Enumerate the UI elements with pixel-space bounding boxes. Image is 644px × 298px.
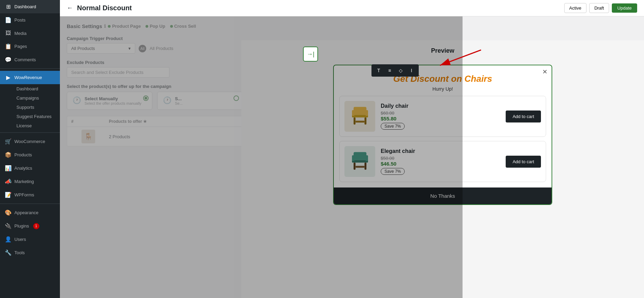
sidebar-item-label: WooCommerce [14, 139, 45, 144]
page-body: Basic Settings ℹ Product Page Pop Up Cro… [60, 16, 644, 298]
sidebar-item-label: Marketing [14, 179, 34, 184]
toolbar-diamond-button[interactable]: ◇ [395, 66, 406, 75]
pages-icon: 📋 [5, 43, 12, 50]
wowrevenue-icon: ▶ [5, 74, 12, 81]
sidebar-item-label: Posts [14, 17, 26, 23]
update-button[interactable]: Update [612, 3, 637, 13]
panel-toggle-icon: →| [307, 51, 315, 58]
sidebar-item-pages[interactable]: 📋 Pages [0, 40, 60, 53]
products-icon: 📦 [5, 152, 12, 158]
sidebar-item-license[interactable]: License [12, 121, 60, 130]
sidebar-item-posts[interactable]: 📄 Posts [0, 13, 60, 27]
editor-toolbar: T ≡ ◇ I [371, 64, 419, 77]
panel-toggle-button[interactable]: →| [303, 47, 318, 62]
sidebar-item-media[interactable]: 🖼 Media [0, 27, 60, 40]
draft-button[interactable]: Draft [589, 3, 609, 13]
add-to-cart-button-1[interactable]: Add to cart [506, 111, 541, 122]
sidebar-item-analytics[interactable]: 📊 Analytics [0, 161, 60, 175]
sidebar-item-wpforms[interactable]: 📝 WPForms [0, 188, 60, 202]
toolbar-italic-button[interactable]: I [406, 66, 417, 75]
sidebar-item-label: Media [14, 31, 26, 36]
appearance-icon: 🎨 [5, 209, 12, 216]
plugins-icon: 🔌 [5, 223, 12, 229]
back-button[interactable]: ← [67, 4, 73, 12]
left-overlay [60, 16, 463, 298]
main-content: ← Normal Discount Active Draft Update Ba… [60, 0, 644, 298]
sidebar-item-label: Products [14, 152, 32, 157]
posts-icon: 📄 [5, 17, 12, 23]
sidebar-item-comments[interactable]: 💬 Comments [0, 53, 60, 66]
active-button[interactable]: Active [564, 3, 586, 13]
sidebar-item-label: Dashboard [14, 4, 36, 9]
wowrevenue-submenu: Dashboard Campaigns Supports Suggest Fea… [0, 84, 60, 130]
sidebar-item-label: Tools [14, 250, 25, 255]
sidebar-divider-3 [0, 204, 60, 204]
close-button[interactable]: ✕ [542, 68, 547, 76]
sidebar-item-label: WowRevenue [14, 75, 42, 80]
page-title: Normal Discount [77, 4, 560, 12]
sidebar-item-users[interactable]: 👤 Users [0, 233, 60, 246]
sidebar-item-dashboard-top[interactable]: ⊞ Dashboard [0, 0, 60, 13]
media-icon: 🖼 [5, 30, 12, 36]
sidebar-item-woocommerce[interactable]: 🛒 WooCommerce [0, 135, 60, 148]
users-icon: 👤 [5, 236, 12, 243]
comments-icon: 💬 [5, 56, 12, 63]
sidebar-item-label: Comments [14, 57, 36, 62]
sidebar-item-tools[interactable]: 🔧 Tools [0, 246, 60, 259]
topbar: ← Normal Discount Active Draft Update [60, 0, 644, 16]
marketing-icon: 📣 [5, 178, 12, 185]
toolbar-align-button[interactable]: ≡ [384, 66, 395, 75]
sidebar-item-label: Analytics [14, 166, 32, 171]
sidebar-item-label: Users [14, 237, 26, 242]
sidebar-item-wowrevenue[interactable]: ▶ WowRevenue [0, 71, 60, 84]
sidebar-item-dashboard-sub[interactable]: Dashboard [12, 84, 60, 93]
toolbar-text-button[interactable]: T [374, 66, 384, 75]
analytics-icon: 📊 [5, 165, 12, 171]
sidebar-item-label: Pages [14, 44, 27, 49]
sidebar-item-marketing[interactable]: 📣 Marketing [0, 175, 60, 188]
add-to-cart-button-2[interactable]: Add to cart [506, 156, 541, 168]
wpforms-icon: 📝 [5, 192, 12, 198]
dashboard-icon: ⊞ [5, 3, 12, 10]
woocommerce-icon: 🛒 [5, 138, 12, 145]
sidebar-item-label: WPForms [14, 192, 34, 197]
sidebar-item-suggest[interactable]: Suggest Features [12, 112, 60, 121]
sidebar-item-label: Plugins [14, 223, 29, 229]
sidebar-item-supports[interactable]: Supports [12, 103, 60, 112]
sidebar-item-plugins[interactable]: 🔌 Plugins 1 [0, 219, 60, 233]
sidebar-divider-2 [0, 132, 60, 133]
sidebar-item-label: Appearance [14, 210, 38, 215]
sidebar-item-campaigns[interactable]: Campaigns [12, 93, 60, 103]
sidebar-item-products[interactable]: 📦 Products [0, 148, 60, 161]
topbar-actions: Active Draft Update [564, 3, 637, 13]
tools-icon: 🔧 [5, 249, 12, 256]
sidebar: ⊞ Dashboard 📄 Posts 🖼 Media 📋 Pages 💬 Co… [0, 0, 60, 298]
sidebar-item-appearance[interactable]: 🎨 Appearance [0, 206, 60, 219]
sidebar-divider-1 [0, 68, 60, 69]
plugins-badge: 1 [33, 223, 39, 229]
